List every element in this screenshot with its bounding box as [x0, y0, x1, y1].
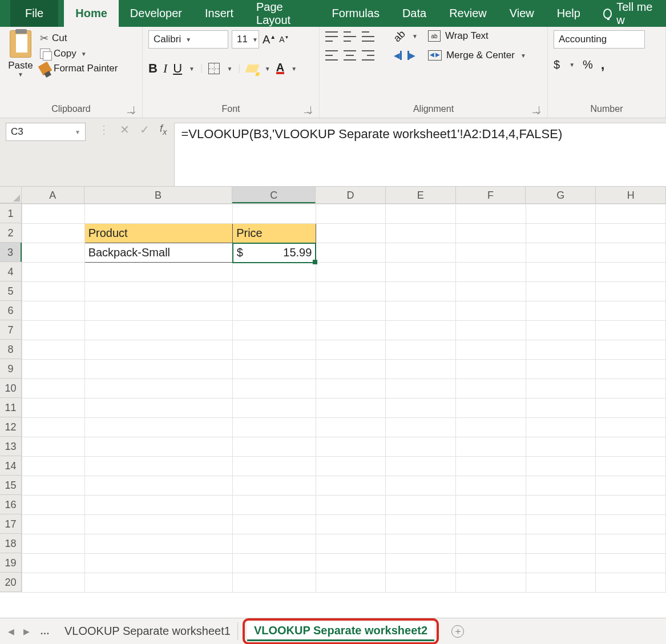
tab-data[interactable]: Data — [391, 0, 438, 27]
tab-review[interactable]: Review — [438, 0, 498, 27]
chevron-down-icon[interactable]: ▼ — [227, 66, 232, 72]
chevron-down-icon[interactable]: ▼ — [6, 71, 35, 78]
tab-developer[interactable]: Developer — [119, 0, 193, 27]
col-header-C[interactable]: C — [232, 187, 316, 203]
italic-button[interactable]: I — [163, 61, 167, 76]
new-sheet-button[interactable]: ＋ — [451, 625, 464, 638]
cell-B2[interactable]: Product — [84, 224, 232, 243]
paste-button[interactable]: Paste ▼ — [6, 30, 35, 78]
tell-me[interactable]: Tell me w — [592, 0, 666, 27]
col-header-B[interactable]: B — [84, 187, 233, 203]
sheet-tab-1[interactable]: VLOOKUP Separate worksheet1 — [58, 622, 238, 640]
align-top-button[interactable] — [325, 31, 338, 42]
cancel-formula-button[interactable]: ✕ — [120, 123, 130, 136]
col-header-F[interactable]: F — [456, 187, 526, 203]
row-header-17[interactable]: 17 — [0, 514, 22, 534]
borders-button[interactable] — [208, 63, 220, 74]
row-header-9[interactable]: 9 — [0, 359, 22, 379]
row-header-19[interactable]: 19 — [0, 553, 22, 573]
tab-view[interactable]: View — [498, 0, 546, 27]
chevron-down-icon[interactable]: ▼ — [412, 33, 418, 39]
row-header-13[interactable]: 13 — [0, 437, 22, 456]
orientation-button[interactable]: ab — [394, 30, 405, 42]
increase-font-size-button[interactable]: A▲ — [263, 33, 276, 46]
chevron-down-icon[interactable]: ▼ — [569, 62, 575, 68]
select-all-corner[interactable] — [0, 187, 22, 203]
chevron-down-icon[interactable]: ▼ — [75, 129, 80, 135]
tab-page-layout[interactable]: Page Layout — [245, 0, 321, 27]
row-header-12[interactable]: 12 — [0, 417, 22, 437]
col-header-H[interactable]: H — [596, 187, 666, 203]
chevron-down-icon[interactable]: ▼ — [291, 66, 297, 72]
underline-button[interactable]: U — [173, 61, 182, 76]
fill-handle[interactable] — [313, 260, 317, 264]
format-painter-button[interactable]: Format Painter — [40, 61, 118, 76]
decrease-font-size-button[interactable]: A▼ — [279, 35, 289, 44]
tab-help[interactable]: Help — [546, 0, 592, 27]
chevron-down-icon[interactable]: ▼ — [520, 53, 526, 59]
row-header-20[interactable]: 20 — [0, 573, 22, 592]
font-color-button[interactable]: A — [276, 63, 284, 74]
cell-C2[interactable]: Price — [233, 224, 316, 243]
sheet-nav-more[interactable]: … — [37, 626, 53, 637]
dialog-launcher-icon[interactable] — [304, 106, 311, 113]
row-header-15[interactable]: 15 — [0, 476, 22, 495]
chevron-down-icon[interactable]: ▼ — [265, 66, 271, 72]
name-box[interactable]: C3 ▼ — [6, 123, 86, 141]
chevron-down-icon[interactable]: ▼ — [81, 51, 87, 57]
row-header-7[interactable]: 7 — [0, 320, 22, 340]
number-format-dropdown[interactable]: Accounting — [554, 30, 645, 49]
align-middle-button[interactable] — [344, 31, 356, 42]
sheet-tab-2[interactable]: VLOOKUP Separate worksheet2 — [247, 622, 434, 641]
sheet-nav-next[interactable]: ▶ — [21, 627, 32, 636]
align-bottom-button[interactable] — [362, 31, 374, 42]
row-header-8[interactable]: 8 — [0, 340, 22, 359]
tab-formulas[interactable]: Formulas — [321, 0, 391, 27]
font-name-dropdown[interactable]: Calibri ▼ — [148, 30, 228, 49]
increase-indent-button[interactable]: ▶ — [407, 51, 415, 60]
row-header-14[interactable]: 14 — [0, 456, 22, 476]
cell-B3[interactable]: Backpack-Small — [84, 243, 232, 263]
col-header-G[interactable]: G — [526, 187, 596, 203]
col-header-D[interactable]: D — [316, 187, 386, 203]
accounting-format-button[interactable]: $ — [554, 58, 560, 71]
row-header-4[interactable]: 4 — [0, 262, 22, 281]
row-header-10[interactable]: 10 — [0, 379, 22, 398]
formula-input[interactable]: =VLOOKUP(B3,'VLOOKUP Separate worksheet1… — [174, 123, 666, 186]
align-center-button[interactable] — [344, 50, 356, 61]
cut-button[interactable]: Cut — [40, 30, 118, 46]
merge-center-button[interactable]: Merge & Center ▼ — [428, 50, 526, 61]
dialog-launcher-icon[interactable] — [127, 106, 134, 113]
row-header-6[interactable]: 6 — [0, 301, 22, 320]
font-size-dropdown[interactable]: 11 ▼ — [232, 30, 259, 49]
comma-format-button[interactable]: , — [601, 57, 605, 73]
bold-button[interactable]: B — [148, 61, 158, 76]
more-icon[interactable]: ⋮ — [98, 123, 110, 136]
row-header-2[interactable]: 2 — [0, 223, 22, 243]
enter-formula-button[interactable]: ✓ — [140, 123, 150, 136]
row-header-5[interactable]: 5 — [0, 281, 22, 301]
align-left-button[interactable] — [325, 50, 338, 61]
row-header-1[interactable]: 1 — [0, 204, 22, 223]
col-header-A[interactable]: A — [22, 187, 84, 203]
percent-format-button[interactable]: % — [583, 58, 593, 71]
col-header-E[interactable]: E — [386, 187, 456, 203]
fx-icon[interactable]: fx — [160, 123, 167, 136]
tab-file[interactable]: File — [10, 0, 58, 27]
wrap-text-button[interactable]: ab Wrap Text — [428, 30, 526, 42]
align-right-button[interactable] — [362, 50, 374, 61]
dialog-launcher-icon[interactable] — [532, 106, 539, 113]
tab-home[interactable]: Home — [64, 0, 119, 27]
cell-C3[interactable]: $ 15.99 — [233, 243, 316, 263]
row-header-18[interactable]: 18 — [0, 534, 22, 553]
sheet-nav-prev[interactable]: ◀ — [6, 627, 17, 636]
row-header-16[interactable]: 16 — [0, 495, 22, 514]
chevron-down-icon[interactable]: ▼ — [189, 66, 195, 72]
decrease-indent-button[interactable]: ◀ — [394, 51, 402, 60]
fill-color-button[interactable] — [245, 65, 259, 73]
row-header-3[interactable]: 3 — [0, 243, 22, 262]
cells-table[interactable]: Product Price Backpack-Small $ 15.99 — [22, 204, 666, 593]
copy-button[interactable]: Copy ▼ — [40, 46, 118, 61]
tab-insert[interactable]: Insert — [193, 0, 245, 27]
row-header-11[interactable]: 11 — [0, 398, 22, 417]
